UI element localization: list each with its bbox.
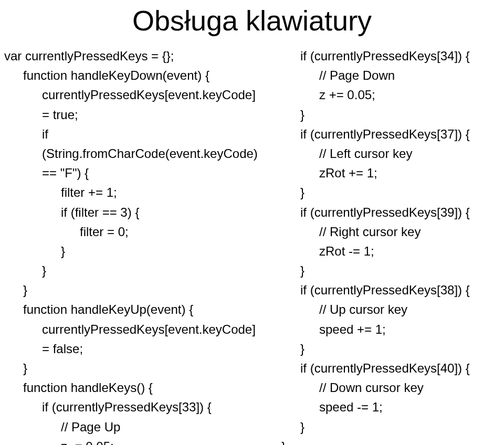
code-line: function handleKeys() { — [4, 378, 252, 397]
code-line: if (filter == 3) { — [4, 203, 252, 222]
code-line: // Down cursor key — [262, 378, 500, 397]
code-line: } — [262, 417, 500, 437]
code-line: } — [262, 183, 500, 202]
code-column-right: if (currentlyPressedKeys[34]) { // Page … — [252, 46, 500, 445]
code-line: } — [4, 358, 252, 378]
code-line: if (String.fromCharCode(event.keyCode) =… — [4, 124, 252, 183]
code-line: // Right cursor key — [262, 222, 500, 241]
code-line: // Page Down — [262, 66, 500, 85]
code-line: // Left cursor key — [262, 144, 500, 163]
code-line: currentlyPressedKeys[event.keyCode] = fa… — [4, 320, 252, 358]
code-line: z -= 0.05; — [4, 437, 252, 445]
code-columns: var currentlyPressedKeys = {}; function … — [0, 46, 504, 445]
code-line: } — [4, 241, 252, 261]
code-column-left: var currentlyPressedKeys = {}; function … — [4, 46, 252, 445]
code-line: zRot -= 1; — [262, 241, 500, 261]
code-line: // Up cursor key — [262, 300, 500, 319]
slide-title: Obsługa klawiatury — [0, 0, 504, 46]
code-line: } — [4, 280, 252, 300]
code-line: currentlyPressedKeys[event.keyCode] = tr… — [4, 85, 252, 124]
code-line: if (currentlyPressedKeys[40]) { — [262, 358, 500, 378]
code-line: filter += 1; — [4, 183, 252, 202]
code-line: speed -= 1; — [262, 397, 500, 417]
code-line: zRot += 1; — [262, 163, 500, 183]
code-line: if (currentlyPressedKeys[33]) { — [4, 397, 252, 417]
code-line: filter = 0; — [4, 222, 252, 241]
code-line: // Page Up — [4, 417, 252, 437]
code-line: function handleKeyDown(event) { — [4, 66, 252, 85]
code-line: if (currentlyPressedKeys[39]) { — [262, 203, 500, 222]
code-line: } — [4, 261, 252, 280]
code-line: function handleKeyUp(event) { — [4, 300, 252, 319]
code-line: if (currentlyPressedKeys[37]) { — [262, 124, 500, 144]
code-line: if (currentlyPressedKeys[34]) { — [262, 46, 500, 66]
code-line: } — [262, 339, 500, 358]
code-line: var currentlyPressedKeys = {}; — [4, 46, 252, 66]
code-line: } — [262, 261, 500, 280]
code-line: } — [262, 105, 500, 124]
code-line: if (currentlyPressedKeys[38]) { — [262, 280, 500, 300]
code-line: speed += 1; — [262, 320, 500, 339]
code-line: z += 0.05; — [262, 85, 500, 104]
code-line: } — [262, 437, 500, 445]
